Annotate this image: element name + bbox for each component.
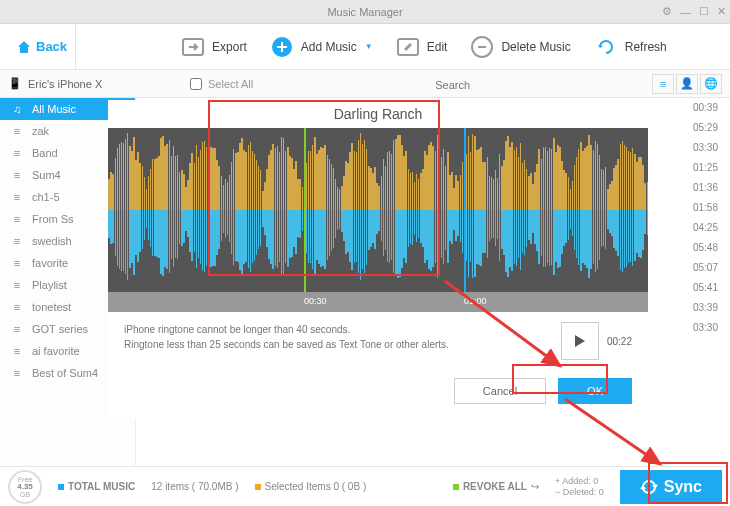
playlist-icon: ≡ (10, 191, 24, 203)
refresh-icon (593, 34, 619, 60)
delete-icon (469, 34, 495, 60)
subheader: 📱 Eric's iPhone X Select All ≡ 👤 🌐 (0, 70, 730, 98)
phone-icon: 📱 (8, 77, 22, 90)
edit-label: Edit (427, 40, 448, 54)
playlist-icon: ≡ (10, 257, 24, 269)
ringtone-editor: Darling Ranch 00:30 01:00 iPhone rington… (108, 100, 648, 418)
maximize-icon[interactable]: ☐ (699, 5, 709, 18)
person-add-icon[interactable]: 👤 (676, 74, 698, 94)
playlist-icon: ≡ (10, 323, 24, 335)
time-t2: 01:00 (464, 296, 487, 306)
revoke-all[interactable]: REVOKE ALL ↪ (453, 481, 539, 492)
playlist-icon: ≡ (10, 367, 24, 379)
duration-cell: 03:30 (693, 322, 718, 333)
chevron-down-icon: ▼ (365, 42, 373, 51)
play-button[interactable] (561, 322, 599, 360)
close-icon[interactable]: ✕ (717, 5, 726, 18)
add-music-label: Add Music (301, 40, 357, 54)
sidebar-item-label: Sum4 (32, 169, 61, 181)
device-label[interactable]: 📱 Eric's iPhone X (8, 77, 136, 90)
sidebar-item-label: zak (32, 125, 49, 137)
select-all-label: Select All (208, 78, 253, 90)
add-music-icon (269, 34, 295, 60)
search-box (293, 75, 612, 93)
edit-icon (395, 34, 421, 60)
storage-unit: GB (20, 491, 30, 498)
select-all-checkbox[interactable] (190, 78, 202, 90)
selection-end-marker[interactable] (464, 128, 466, 292)
select-all[interactable]: Select All (190, 78, 253, 90)
search-input[interactable] (293, 79, 612, 91)
back-button[interactable]: Back (8, 24, 76, 69)
add-music-button[interactable]: Add Music ▼ (269, 34, 373, 60)
sidebar-item-label: ai favorite (32, 345, 80, 357)
sync-button[interactable]: Sync (620, 470, 722, 504)
playlist-icon: ≡ (10, 301, 24, 313)
sidebar-item-label: ch1-5 (32, 191, 60, 203)
refresh-button[interactable]: Refresh (593, 34, 667, 60)
sidebar-item-label: tonetest (32, 301, 71, 313)
sidebar-item-label: From Ss (32, 213, 74, 225)
app-title: Music Manager (327, 6, 402, 18)
export-button[interactable]: Export (180, 34, 247, 60)
duration-cell: 03:30 (693, 142, 718, 153)
view-controls: ≡ 👤 🌐 (652, 74, 722, 94)
storage-indicator: Free 4.35 GB (8, 470, 42, 504)
added-stat: + Added: 0 (555, 476, 604, 486)
duration-cell: 01:58 (693, 202, 718, 213)
minimize-icon[interactable]: — (680, 6, 691, 18)
selected-stat: Selected Items 0 ( 0B ) (255, 481, 367, 492)
info-line-1: iPhone ringtone cannot be longer than 40… (124, 322, 561, 337)
export-icon (180, 34, 206, 60)
globe-icon[interactable]: 🌐 (700, 74, 722, 94)
duration-cell: 01:36 (693, 182, 718, 193)
timeline: 00:30 01:00 (108, 292, 648, 312)
toolbar: Back Export Add Music ▼ Edit Delete Musi… (0, 24, 730, 70)
sidebar-item-label: Best of Sum4 (32, 367, 98, 379)
duration-cell: 05:07 (693, 262, 718, 273)
dot-icon (58, 484, 64, 490)
selected-detail: Selected Items 0 ( 0B ) (265, 481, 367, 492)
play-icon (572, 333, 588, 349)
editor-title: Darling Ranch (108, 100, 648, 128)
delete-label: Delete Music (501, 40, 570, 54)
playlist-icon: ≡ (10, 345, 24, 357)
ok-button[interactable]: OK (558, 378, 632, 404)
footer: Free 4.35 GB TOTAL MUSIC 12 items ( 70.0… (0, 466, 730, 506)
play-time: 00:22 (607, 336, 632, 347)
playlist-icon: ≡ (10, 147, 24, 159)
list-view-icon[interactable]: ≡ (652, 74, 674, 94)
duration-cell: 01:25 (693, 162, 718, 173)
editor-info: iPhone ringtone cannot be longer than 40… (124, 322, 561, 352)
sidebar-item-label: Band (32, 147, 58, 159)
device-name: Eric's iPhone X (28, 78, 102, 90)
delete-music-button[interactable]: Delete Music (469, 34, 570, 60)
storage-value: 4.35 (17, 483, 33, 491)
sidebar-item-label: swedish (32, 235, 72, 247)
back-label: Back (36, 39, 67, 54)
duration-cell: 05:29 (693, 122, 718, 133)
sync-icon (640, 478, 658, 496)
sidebar-item-label: GOT series (32, 323, 88, 335)
total-music-stat: TOTAL MUSIC (58, 481, 135, 492)
cancel-button[interactable]: Cancel (454, 378, 546, 404)
dot-icon (453, 484, 459, 490)
duration-cell: 03:39 (693, 302, 718, 313)
deleted-stat: − Deleted: 0 (555, 487, 604, 497)
total-music-label: TOTAL MUSIC (68, 481, 135, 492)
gear-icon[interactable]: ⚙ (662, 5, 672, 18)
playlist-icon: ≡ (10, 125, 24, 137)
dot-icon (255, 484, 261, 490)
duration-column: 00:3905:2903:3001:2501:3601:5804:2505:48… (693, 102, 718, 333)
window-controls: ⚙ — ☐ ✕ (662, 5, 726, 18)
edit-button[interactable]: Edit (395, 34, 448, 60)
total-detail: 12 items ( 70.0MB ) (151, 481, 238, 492)
waveform[interactable] (108, 128, 648, 292)
selection-start-marker[interactable] (304, 128, 306, 292)
duration-cell: 05:48 (693, 242, 718, 253)
revoke-label: REVOKE ALL (463, 481, 527, 492)
titlebar: Music Manager ⚙ — ☐ ✕ (0, 0, 730, 24)
playlist-icon: ≡ (10, 213, 24, 225)
playlist-icon: ♫ (10, 103, 24, 115)
playlist-icon: ≡ (10, 279, 24, 291)
